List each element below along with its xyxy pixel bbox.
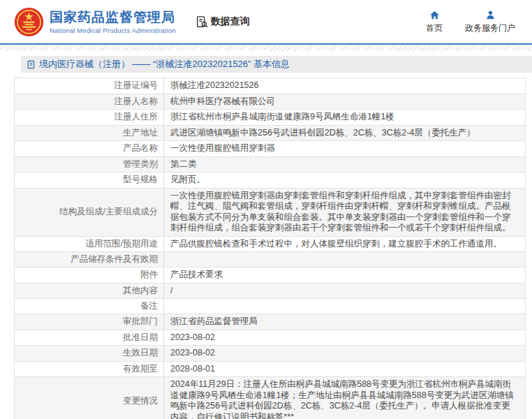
row-value: 武进区湖塘镇鸣新中路256号武进科创园2D栋、2C栋、3C栋2-4层（委托生产） [164,126,525,141]
row-label-text: 审批部门 [123,316,158,327]
nav-home[interactable]: 首页 [426,10,443,34]
table-row: 管理类别 第二类 [15,157,525,173]
brand: 国家药品监督管理局 National Medical Products Admi… [14,7,176,37]
row-value: 杭州申科医疗器械有限公司 [164,94,525,110]
breadcrumb: 境内医疗器械（注册） —— “浙械注准20232021526” 基本信息 [21,56,532,73]
row-label: 管理类别 [15,157,164,172]
row-label: 注册人名称 [15,94,164,110]
row-value: 产品供腹腔镜检查和手术过程中，对人体腹壁组织穿刺，建立腹腔手术的工作通道用。 [164,237,525,252]
table-row: 有效期至 2028-08-01 [15,362,525,378]
row-value: 一次性使用腹腔镜用穿刺器由穿刺套管组件和穿刺杆组件组成，其中穿刺套管组件由密封帽… [164,189,525,236]
row-value [164,252,525,267]
brand-title: 国家药品监督管理局 [50,10,176,25]
table-row: 生效日期 2023-08-02 [15,346,525,362]
row-value: 浙械注准20232021526 [164,78,525,94]
row-label-text: 型号规格 [123,175,158,185]
document-icon [27,60,36,69]
nav-gov-portal[interactable]: 政务服务门户 [465,10,515,34]
row-value: 2023-08-02 [164,330,525,346]
row-label-text: 备注 [140,301,158,311]
table-row: 产品储存条件及有效期 [15,252,525,267]
nav-home-label: 首页 [426,22,443,34]
row-label-text: 注册证编号 [114,80,158,91]
row-label-text: 产品名称 [123,143,158,154]
row-value: 浙江省杭州市桐庐县城南街道健康路9号凤栖生命港1幢1楼 [164,110,525,125]
table-row: 备注 [15,299,525,314]
row-label-text: 生效日期 [123,348,158,358]
top-nav: 首页 政务服务门户 [426,10,532,34]
row-value: 第二类 [164,157,525,172]
row-value [164,299,525,314]
header-stripe-band [0,45,532,51]
site-header: 国家药品监督管理局 National Medical Products Admi… [0,0,532,43]
row-label-text: 其他内容 [123,286,158,296]
row-label: 产品储存条件及有效期 [15,252,164,267]
row-label-text: 管理类别 [123,159,158,170]
row-label-text: 生产地址 [123,128,158,138]
table-row: 其他内容 / [15,284,525,300]
row-value: 见附页。 [164,172,525,188]
row-label: 适用范围/预期用途 [15,237,164,252]
row-label: 型号规格 [15,172,164,188]
row-label-text: 批准日期 [123,332,158,343]
row-label-text: 附件 [140,270,158,280]
row-value: 浙江省药品监督管理局 [164,314,525,330]
row-label: 生产地址 [15,126,164,141]
breadcrumb-text: 境内医疗器械（注册） —— “浙械注准20232021526” 基本信息 [39,58,290,71]
user-icon [485,10,496,20]
table-row: 结构及组成/主要组成成分 一次性使用腹腔镜用穿刺器由穿刺套管组件和穿刺杆组件组成… [15,189,525,237]
row-label: 结构及组成/主要组成成分 [15,189,164,236]
table-row: 生产地址 武进区湖塘镇鸣新中路256号武进科创园2D栋、2C栋、3C栋2-4层（… [15,126,525,142]
row-label: 批准日期 [15,330,164,346]
row-label-text: 有效期至 [123,364,158,374]
row-value: 2024年11月29日：注册人住所由桐庐县城城南路588号变更为浙江省杭州市桐庐… [164,377,525,419]
table-row: 注册人名称 杭州申科医疗器械有限公司 [15,94,525,110]
row-label: 附件 [15,267,164,283]
row-value: 一次性使用腹腔镜用穿刺器 [164,141,525,156]
row-label: 变更情况 [15,377,164,419]
row-label-text: 产品储存条件及有效期 [71,254,158,265]
table-row: 型号规格 见附页。 [15,172,525,189]
row-label: 产品名称 [15,141,164,156]
table-row: 审批部门 浙江省药品监督管理局 [15,314,525,330]
table-row: 适用范围/预期用途 产品供腹腔镜检查和手术过程中，对人体腹壁组织穿刺，建立腹腔手… [15,237,525,253]
brand-subtitle: National Medical Products Administration [50,27,176,34]
table-row: 变更情况 2024年11月29日：注册人住所由桐庐县城城南路588号变更为浙江省… [15,377,525,419]
data-query-label: 数据查询 [211,15,250,28]
row-label-text: 变更情况 [123,396,158,406]
table-row: 注册人住所 浙江省杭州市桐庐县城南街道健康路9号凤栖生命港1幢1楼 [15,110,525,126]
registration-info-table: 注册证编号 浙械注准20232021526 注册人名称 杭州申科医疗器械有限公司… [14,78,526,419]
row-label-text: 结构及组成/主要组成成分 [59,207,158,217]
nav-gov-portal-label: 政务服务门户 [465,22,515,34]
row-value: 产品技术要求 [164,267,525,283]
row-label: 备注 [15,299,164,314]
row-value: 2023-08-02 [164,346,525,361]
row-label-text: 注册人住所 [114,112,158,122]
row-label: 审批部门 [15,314,164,330]
row-value: 2028-08-01 [164,362,525,377]
brand-text: 国家药品监督管理局 National Medical Products Admi… [50,10,176,34]
table-row: 批准日期 2023-08-02 [15,330,525,346]
national-emblem-icon [14,7,44,37]
home-icon [429,10,440,20]
row-label: 注册证编号 [15,78,164,94]
row-value: / [164,284,525,299]
row-label-text: 注册人名称 [114,96,158,107]
row-label: 注册人住所 [15,110,164,125]
table-row: 注册证编号 浙械注准20232021526 [15,78,525,94]
row-label: 有效期至 [15,362,164,377]
row-label: 其他内容 [15,284,164,299]
document-search-icon [195,15,208,28]
table-row: 附件 产品技术要求 [15,267,525,284]
data-query-button[interactable]: 数据查询 [195,15,250,28]
row-label-text: 适用范围/预期用途 [86,239,158,249]
row-label: 生效日期 [15,346,164,361]
table-row: 产品名称 一次性使用腹腔镜用穿刺器 [15,141,525,157]
